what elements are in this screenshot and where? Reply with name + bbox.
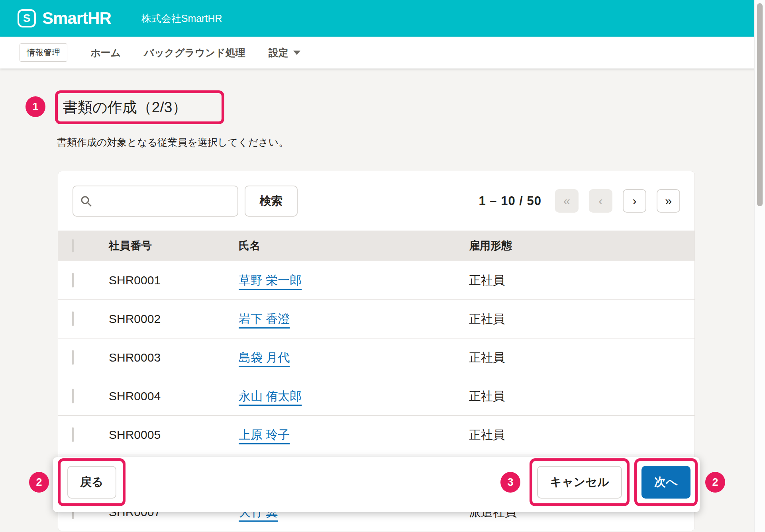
annotation-step-2-right: 2 [705, 472, 725, 493]
nav-item-settings-label: 設定 [269, 46, 288, 59]
employee-name-link[interactable]: 岩下 香澄 [239, 312, 290, 325]
main-nav: 情報管理 ホーム バックグラウンド処理 設定 [0, 37, 765, 68]
employment-type: 正社員 [469, 350, 694, 366]
employee-id: SHR0004 [109, 389, 239, 403]
table-header: 社員番号 氏名 雇用形態 [58, 231, 694, 261]
pagination-buttons: « ‹ › » [555, 189, 680, 213]
annotation-step-1: 1 [26, 96, 45, 117]
company-name: 株式会社SmartHR [141, 12, 222, 25]
page-title: 書類の作成（2/3） [63, 98, 187, 117]
next-button-annotation-frame: 次へ [634, 458, 698, 506]
employee-name-link[interactable]: 永山 侑太郎 [239, 389, 302, 403]
annotation-step-3: 3 [500, 472, 520, 493]
next-page-button[interactable]: › [623, 189, 646, 213]
search-field-wrap [73, 186, 238, 217]
first-page-button: « [555, 189, 579, 213]
row-checkbox[interactable] [72, 350, 74, 365]
table-row: SHR0003 島袋 月代 正社員 [58, 338, 694, 377]
search-input[interactable] [73, 186, 238, 217]
scrollbar-track[interactable] [754, 0, 765, 532]
page-title-annotation-frame: 書類の作成（2/3） [55, 90, 224, 124]
column-header-employee-id: 社員番号 [109, 239, 239, 253]
row-checkbox[interactable] [72, 311, 74, 326]
employee-id: SHR0001 [109, 274, 239, 287]
list-toolbar: 検索 1 – 10 / 50 « ‹ › » [58, 171, 694, 231]
employment-type: 正社員 [469, 388, 694, 405]
employee-id: SHR0002 [109, 312, 239, 326]
employment-type: 正社員 [469, 311, 694, 327]
table-row: SHR0001 草野 栄一郎 正社員 [58, 261, 694, 300]
row-checkbox[interactable] [72, 273, 74, 288]
nav-item-home[interactable]: ホーム [90, 46, 121, 59]
search-icon [80, 196, 92, 207]
employment-type: 正社員 [469, 427, 694, 443]
search-button[interactable]: 検索 [245, 186, 298, 217]
row-checkbox[interactable] [72, 389, 74, 403]
app-header: S SmartHR 株式会社SmartHR [0, 0, 765, 37]
annotation-step-2-left: 2 [29, 472, 49, 493]
last-page-button[interactable]: » [657, 189, 680, 213]
column-header-employment-type: 雇用形態 [469, 239, 694, 253]
table-row: SHR0002 岩下 香澄 正社員 [58, 300, 694, 338]
nav-item-background-jobs[interactable]: バックグラウンド処理 [144, 46, 245, 59]
employee-id: SHR0005 [109, 428, 239, 442]
back-button[interactable]: 戻る [67, 466, 116, 499]
chevron-down-icon [293, 51, 300, 55]
table-row: SHR0004 永山 侑太郎 正社員 [58, 377, 694, 416]
prev-page-button: ‹ [589, 189, 612, 213]
nav-item-settings[interactable]: 設定 [269, 46, 300, 59]
action-footer: 戻る キャンセル 次へ [53, 457, 700, 512]
next-button[interactable]: 次へ [641, 466, 690, 499]
scrollbar-thumb[interactable] [757, 3, 763, 206]
table-row: SHR0005 上原 玲子 正社員 [58, 416, 694, 454]
cancel-button[interactable]: キャンセル [537, 466, 622, 499]
smarthr-logo[interactable]: S SmartHR [18, 9, 111, 28]
pagination-range: 1 – 10 / 50 [479, 194, 541, 208]
column-header-name: 氏名 [239, 239, 469, 253]
employment-type: 正社員 [469, 272, 694, 289]
row-checkbox[interactable] [72, 427, 74, 442]
employee-name-link[interactable]: 上原 玲子 [239, 428, 290, 441]
employee-id: SHR0003 [109, 351, 239, 364]
back-button-annotation-frame: 戻る [58, 458, 126, 506]
page-description: 書類作成の対象となる従業員を選択してください。 [57, 136, 288, 149]
cancel-button-annotation-frame: キャンセル [530, 458, 630, 506]
employee-name-link[interactable]: 島袋 月代 [239, 351, 290, 364]
pagination: 1 – 10 / 50 « ‹ › » [479, 189, 680, 213]
app-badge-information-management[interactable]: 情報管理 [20, 43, 67, 62]
employee-name-link[interactable]: 草野 栄一郎 [239, 274, 302, 287]
smarthr-logo-text: SmartHR [42, 9, 111, 28]
select-all-checkbox[interactable] [72, 239, 74, 252]
smarthr-logo-icon: S [18, 9, 36, 27]
